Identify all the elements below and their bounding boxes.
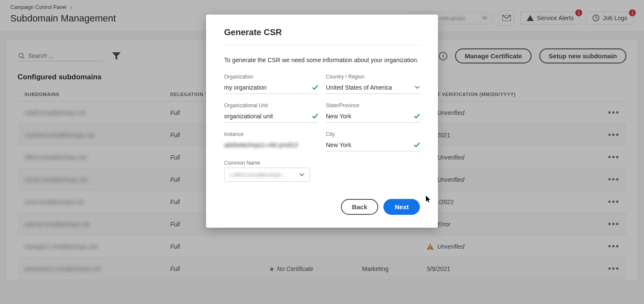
city-input[interactable] bbox=[326, 141, 414, 148]
chevron-down-icon bbox=[415, 86, 420, 89]
form-grid: Organization Country / Region United Sta… bbox=[224, 74, 420, 182]
modal-overlay: Generate CSR To generate the CSR we need… bbox=[0, 0, 644, 304]
org-label: Organization bbox=[224, 74, 318, 80]
state-label: State/Province bbox=[326, 102, 420, 108]
check-icon bbox=[312, 85, 318, 90]
country-label: Country / Region bbox=[326, 74, 420, 80]
check-icon bbox=[312, 114, 318, 119]
check-icon bbox=[414, 142, 420, 147]
field-instance: Instance adobetechops1-mkt-prod13 bbox=[224, 131, 318, 151]
field-org-unit: Organizational Unit bbox=[224, 102, 318, 123]
modal-description: To generate the CSR we need some informa… bbox=[224, 57, 420, 63]
modal-actions: Back Next bbox=[224, 199, 420, 215]
modal-title: Generate CSR bbox=[224, 27, 420, 45]
state-input[interactable] bbox=[326, 113, 414, 120]
field-organization: Organization bbox=[224, 74, 318, 94]
field-country: Country / Region United States of Americ… bbox=[326, 74, 420, 94]
city-label: City bbox=[326, 131, 420, 137]
generate-csr-modal: Generate CSR To generate the CSR we need… bbox=[206, 15, 438, 228]
common-name-select[interactable]: t.offer3.emailtechops... bbox=[224, 168, 310, 182]
back-button[interactable]: Back bbox=[341, 199, 379, 215]
country-value: United States of America bbox=[326, 84, 415, 91]
org-input[interactable] bbox=[224, 84, 312, 91]
next-button[interactable]: Next bbox=[383, 199, 420, 215]
instance-label: Instance bbox=[224, 131, 318, 137]
check-icon bbox=[414, 114, 420, 119]
field-city: City bbox=[326, 131, 420, 151]
country-select[interactable]: United States of America bbox=[326, 81, 420, 94]
field-common-name: Common Name t.offer3.emailtechops... bbox=[224, 160, 420, 182]
instance-value: adobetechops1-mkt-prod13 bbox=[224, 141, 318, 148]
ou-label: Organizational Unit bbox=[224, 102, 318, 108]
ou-input[interactable] bbox=[224, 113, 312, 120]
chevron-down-icon bbox=[299, 173, 304, 177]
field-state: State/Province bbox=[326, 102, 420, 123]
common-value: t.offer3.emailtechops... bbox=[230, 172, 286, 178]
common-label: Common Name bbox=[224, 160, 420, 166]
